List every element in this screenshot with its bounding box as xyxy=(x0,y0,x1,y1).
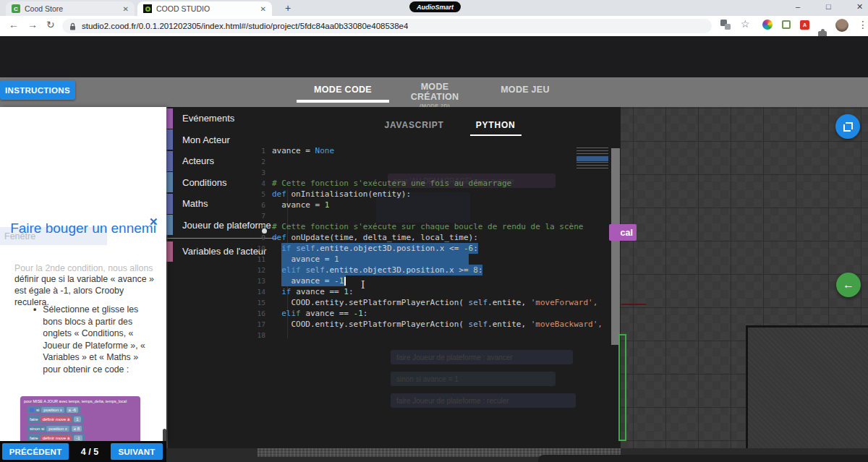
category-color-bar xyxy=(166,151,173,171)
browser-menu-icon[interactable]: ⋮ xyxy=(858,19,868,30)
gutter-marker-dot xyxy=(262,228,267,234)
next-button[interactable]: SUIVANT xyxy=(111,443,163,460)
category-color-bar xyxy=(166,129,173,150)
window-maximize-button[interactable]: □ xyxy=(826,2,831,11)
address-bar[interactable]: studio2.cood.fr/0.0.1.201202305/index.ht… xyxy=(62,19,712,33)
fullscreen-fab-button[interactable] xyxy=(835,114,860,139)
bullet-dot: • xyxy=(33,304,36,375)
lesson-bullet-item: • Sélectionne et glisse les bons blocs à… xyxy=(33,304,155,375)
category-label: Mon Acteur xyxy=(182,134,230,145)
category-color-bar xyxy=(166,172,173,192)
previous-button[interactable]: PRÉCÉDENT xyxy=(2,443,69,460)
fullscreen-icon xyxy=(843,122,853,132)
category-label: Acteurs xyxy=(182,155,214,166)
minimap-selection xyxy=(576,156,608,161)
mode-code-label: MODE CODE xyxy=(314,85,372,95)
editor-scrollbar[interactable] xyxy=(611,148,620,345)
toolbox-category[interactable]: Evénements xyxy=(166,108,281,129)
stage-red-marker xyxy=(621,304,646,305)
reload-icon[interactable]: ↻ xyxy=(46,19,55,30)
editor-minimap[interactable] xyxy=(576,147,608,169)
close-icon[interactable]: ✕ xyxy=(149,215,158,228)
browser-tab-cood-store[interactable]: C Cood Store ✕ xyxy=(6,1,135,16)
instructions-panel: Fenêtre Faire bouger un ennemi ✕ Pour la… xyxy=(0,107,166,441)
extension-colorwheel-icon[interactable] xyxy=(762,20,773,30)
window-minimize-button[interactable]: – xyxy=(796,2,800,11)
category-label: Conditions xyxy=(182,177,226,188)
lesson-pager: PRÉCÉDENT 4 / 5 SUIVANT xyxy=(0,441,166,462)
bottom-rounded-panel xyxy=(538,455,868,462)
browser-tab-cood-studio[interactable]: COOD STUDIO ✕ xyxy=(137,1,272,16)
lesson-title: Faire bouger un ennemi xyxy=(7,220,159,237)
tab-mode-jeu[interactable]: MODE JEU xyxy=(499,85,551,95)
category-color-bar xyxy=(166,241,173,262)
extension-pdf-icon[interactable]: A xyxy=(800,20,809,30)
mouse-ibeam-cursor: I xyxy=(361,279,365,291)
page-indicator: 4 / 5 xyxy=(75,447,105,457)
back-icon[interactable]: ← xyxy=(9,19,19,30)
cood-store-favicon: C xyxy=(12,4,20,13)
block-tag-label: cal xyxy=(609,224,637,241)
browser-toolbar: ← → ↻ studio2.cood.fr/0.0.1.201202305/in… xyxy=(0,16,868,36)
lock-icon xyxy=(69,22,76,30)
code-editor[interactable]: 1avance = None234# Cette fonction s'exéc… xyxy=(255,145,621,342)
audiosmart-badge: AudioSmart xyxy=(409,1,461,12)
category-label: Evénements xyxy=(182,113,234,124)
forward-icon[interactable]: → xyxy=(27,19,38,30)
tab-mode-code[interactable]: MODE CODE xyxy=(297,85,389,95)
tab-javascript[interactable]: JAVASCRIPT xyxy=(384,110,443,143)
app-header: cood Studio 2.0 BETA CAMERA INACTIVE JOU… xyxy=(0,36,868,77)
code-language-tabs: JAVASCRIPT PYTHON xyxy=(279,110,621,143)
app-window: C Cood Store ✕ COOD STUDIO ✕ + AudioSmar… xyxy=(0,0,868,462)
bullet-text: Sélectionne et glisse les bons blocs à p… xyxy=(43,304,155,375)
extension-capture-icon[interactable] xyxy=(782,20,791,29)
back-fab-button[interactable]: ← xyxy=(836,273,861,297)
blocks-image-row: faire définir move à 1 xyxy=(27,415,83,423)
active-mode-underline xyxy=(297,100,389,103)
tab-python[interactable]: PYTHON xyxy=(476,110,516,143)
stage-selection-outline xyxy=(618,334,626,441)
browser-tab-strip: C Cood Store ✕ COOD STUDIO ✕ + AudioSmar… xyxy=(0,0,868,16)
blocks-image-row: sinon si position x ≥ 8 xyxy=(27,424,84,432)
ghost-block: sinon si avance = 1 xyxy=(391,372,556,386)
new-tab-button[interactable]: + xyxy=(281,1,295,15)
cood-studio-favicon xyxy=(143,4,152,13)
blocks-badge xyxy=(30,408,34,412)
category-label: Maths xyxy=(182,198,208,209)
category-color-bar xyxy=(166,215,173,235)
ghost-block: faire Joueur de plateforme : reculer xyxy=(391,393,576,408)
tab-close-icon[interactable]: ✕ xyxy=(260,5,266,13)
translate-icon[interactable] xyxy=(720,20,731,30)
bookmark-star-icon[interactable]: ☆ xyxy=(741,18,750,30)
blocks-image-header: pour MISE A JOUR avec temps, temps_delta… xyxy=(22,398,139,406)
instructions-button[interactable]: INSTRUCTIONS xyxy=(0,80,75,100)
mode-jeu-label: MODE JEU xyxy=(501,85,550,95)
blocks-image-row: si position x ≤ -6 xyxy=(27,406,80,414)
category-color-bar xyxy=(166,194,173,214)
tab-title: COOD STUDIO xyxy=(156,4,256,13)
level-platform-block xyxy=(746,325,868,448)
category-color-bar xyxy=(166,108,173,129)
ghost-block: faire Joueur de plateforme : avancer xyxy=(391,350,573,364)
url-text: studio2.cood.fr/0.0.1.201202305/index.ht… xyxy=(82,22,408,30)
mode-creation-label: MODE CRÉATION xyxy=(411,82,459,102)
tab-mode-creation[interactable]: MODE CRÉATION (MODE 2D) xyxy=(396,82,473,109)
tab-close-icon[interactable]: ✕ xyxy=(123,5,129,13)
lesson-text: définir que si la variable « avance » es… xyxy=(14,273,159,308)
browser-profile-avatar[interactable] xyxy=(835,19,848,32)
lesson-text-faded: Pour la 2nde condition, nous allons xyxy=(14,263,158,273)
arrow-left-icon: ← xyxy=(843,278,854,291)
tab-title: Cood Store xyxy=(25,4,119,13)
window-close-button[interactable]: ✕ xyxy=(856,2,863,12)
category-label: Variables de l'acteur xyxy=(182,246,266,257)
